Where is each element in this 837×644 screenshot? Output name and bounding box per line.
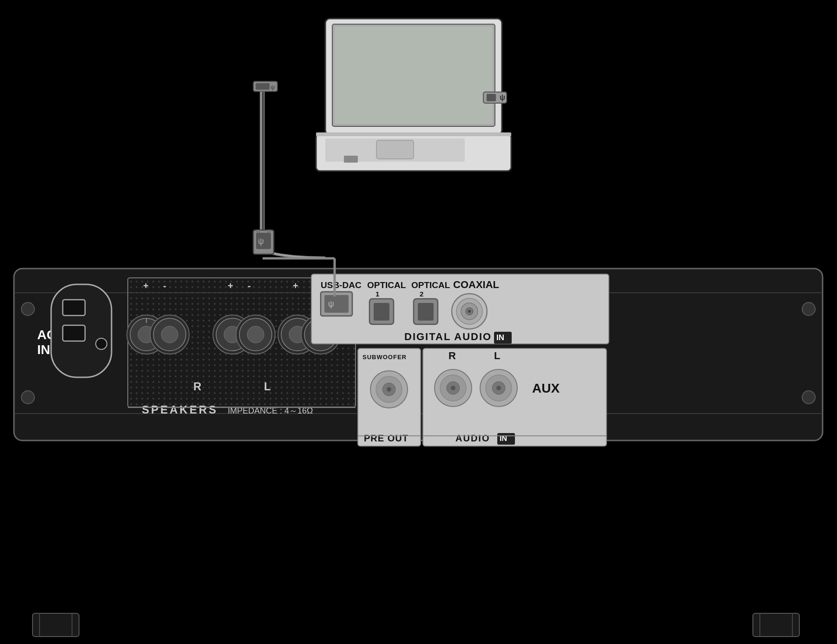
coaxial-label: COAXIAL bbox=[453, 279, 499, 290]
svg-point-61 bbox=[301, 315, 340, 354]
svg-point-29 bbox=[802, 391, 815, 404]
svg-rect-32 bbox=[63, 300, 85, 315]
svg-point-52 bbox=[213, 315, 252, 354]
svg-rect-91 bbox=[423, 348, 606, 446]
svg-point-45 bbox=[130, 318, 163, 351]
svg-point-56 bbox=[239, 318, 272, 351]
svg-rect-77 bbox=[414, 299, 438, 324]
svg-point-86 bbox=[370, 371, 408, 408]
svg-text:+: + bbox=[228, 281, 233, 291]
ac-in-label: AC bbox=[37, 328, 56, 342]
svg-point-26 bbox=[21, 302, 34, 315]
svg-point-60 bbox=[289, 326, 306, 343]
svg-rect-5 bbox=[325, 138, 465, 162]
svg-rect-6 bbox=[376, 140, 414, 159]
svg-rect-100 bbox=[497, 433, 515, 445]
svg-point-46 bbox=[138, 326, 155, 343]
svg-point-87 bbox=[376, 376, 402, 402]
svg-rect-74 bbox=[374, 303, 389, 321]
svg-point-99 bbox=[496, 386, 501, 390]
svg-point-28 bbox=[21, 391, 34, 404]
svg-point-54 bbox=[224, 326, 241, 343]
svg-text:1: 1 bbox=[376, 290, 379, 298]
svg-rect-85 bbox=[358, 348, 421, 446]
svg-rect-18 bbox=[253, 230, 274, 254]
svg-text:ψ: ψ bbox=[270, 84, 275, 91]
svg-text:OPTICAL: OPTICAL bbox=[411, 280, 450, 290]
svg-rect-7 bbox=[316, 132, 511, 136]
audio-label: AUDIO bbox=[455, 433, 490, 443]
svg-text:-: - bbox=[313, 281, 316, 291]
svg-text:IN: IN bbox=[37, 342, 50, 357]
svg-point-88 bbox=[382, 383, 395, 396]
speakers-label: SPEAKERS bbox=[142, 403, 218, 416]
laptop-illustration: ψ bbox=[316, 19, 511, 171]
svg-point-57 bbox=[247, 326, 264, 343]
svg-rect-3 bbox=[335, 26, 493, 124]
svg-point-51 bbox=[161, 326, 178, 343]
svg-text:+: + bbox=[293, 281, 298, 291]
svg-rect-1 bbox=[325, 19, 502, 135]
bottom-connector-right bbox=[753, 613, 799, 637]
svg-rect-2 bbox=[332, 24, 495, 126]
svg-rect-23 bbox=[14, 269, 823, 440]
svg-point-58 bbox=[278, 315, 317, 354]
svg-point-98 bbox=[492, 381, 505, 394]
digital-in-badge: IN bbox=[496, 333, 504, 342]
svg-text:⌬: ⌬ bbox=[258, 83, 264, 91]
svg-rect-78 bbox=[418, 303, 434, 321]
svg-rect-73 bbox=[369, 299, 394, 324]
r-channel-label: R bbox=[448, 350, 456, 361]
svg-rect-8 bbox=[344, 156, 358, 163]
svg-text:ψ: ψ bbox=[328, 299, 334, 309]
svg-point-82 bbox=[466, 308, 473, 315]
svg-rect-4 bbox=[316, 134, 511, 171]
svg-rect-12 bbox=[253, 81, 277, 92]
svg-point-34 bbox=[96, 338, 107, 349]
svg-point-55 bbox=[236, 315, 275, 354]
svg-point-95 bbox=[451, 386, 455, 390]
l-channel-label: L bbox=[494, 350, 500, 361]
svg-rect-68 bbox=[321, 292, 352, 316]
pre-out-label: PRE OUT bbox=[364, 433, 409, 443]
svg-rect-37 bbox=[128, 278, 355, 407]
svg-point-59 bbox=[281, 318, 314, 351]
svg-point-49 bbox=[150, 315, 189, 354]
svg-point-53 bbox=[216, 318, 249, 351]
digital-audio-label: DIGITAL AUDIO bbox=[404, 331, 492, 342]
impedance-label: IMPEDANCE : 4～16Ω bbox=[228, 406, 313, 415]
svg-text:ψ: ψ bbox=[258, 237, 264, 246]
svg-point-44 bbox=[127, 315, 166, 354]
svg-point-97 bbox=[486, 375, 512, 401]
svg-text:L: L bbox=[264, 380, 271, 393]
svg-rect-69 bbox=[324, 295, 349, 313]
svg-text:R: R bbox=[193, 380, 201, 393]
amp-panel: AC IN + - + - + - bbox=[14, 269, 823, 446]
audio-in-badge: IN bbox=[500, 434, 507, 442]
svg-point-89 bbox=[387, 387, 391, 392]
svg-rect-31 bbox=[51, 284, 112, 377]
svg-rect-21 bbox=[267, 230, 271, 233]
svg-rect-13 bbox=[256, 83, 270, 90]
usb-connector-amp: ψ bbox=[253, 230, 274, 254]
svg-point-83 bbox=[468, 310, 471, 313]
svg-rect-107 bbox=[753, 613, 799, 637]
svg-rect-9 bbox=[483, 92, 507, 103]
svg-point-50 bbox=[153, 318, 186, 351]
svg-text:2: 2 bbox=[420, 290, 423, 298]
subwoofer-label: SUBWOOFER bbox=[362, 354, 407, 361]
svg-rect-33 bbox=[63, 325, 85, 341]
svg-point-94 bbox=[447, 381, 460, 394]
usb-dac-label: USB-DAC bbox=[321, 280, 362, 290]
svg-point-27 bbox=[802, 302, 815, 315]
svg-point-96 bbox=[480, 369, 517, 407]
svg-rect-35 bbox=[128, 278, 356, 407]
svg-point-92 bbox=[435, 369, 472, 407]
svg-point-93 bbox=[440, 375, 466, 401]
svg-point-80 bbox=[456, 298, 482, 324]
aux-label: AUX bbox=[532, 381, 560, 395]
svg-text:OPTICAL: OPTICAL bbox=[367, 280, 406, 290]
svg-point-62 bbox=[304, 318, 337, 351]
svg-point-63 bbox=[312, 326, 329, 343]
svg-text:+: + bbox=[143, 281, 149, 291]
